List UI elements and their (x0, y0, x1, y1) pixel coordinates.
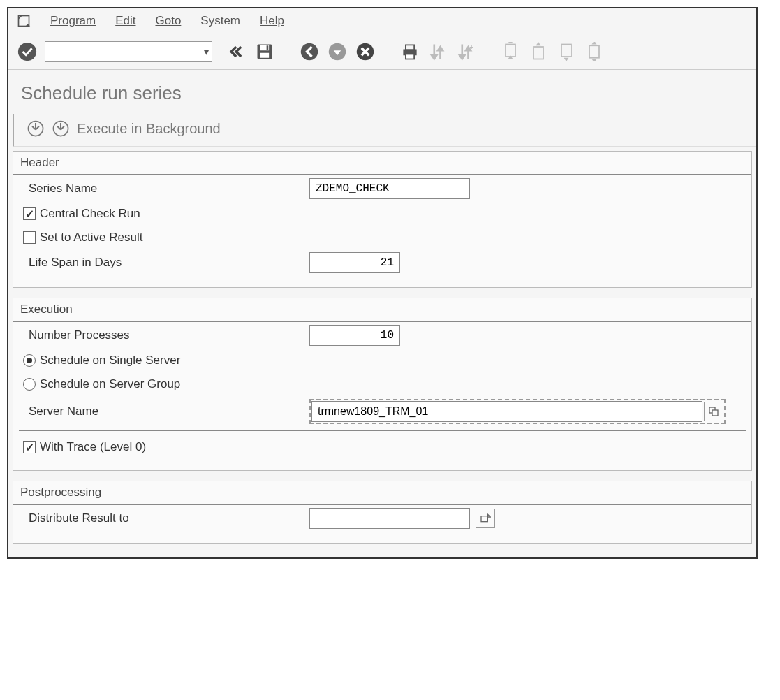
group-execution: Execution Number Processes Schedule on S… (13, 298, 752, 471)
series-name-input[interactable] (309, 178, 470, 199)
svg-rect-11 (406, 45, 414, 50)
set-active-label: Set to Active Result (40, 231, 142, 245)
application-toolbar: Execute in Background (13, 114, 756, 147)
life-span-input[interactable] (309, 252, 400, 273)
set-active-checkbox[interactable] (23, 231, 36, 244)
central-check-label: Central Check Run (40, 207, 140, 221)
svg-rect-5 (260, 53, 269, 58)
series-name-label: Series Name (23, 182, 309, 196)
svg-rect-6 (267, 45, 269, 50)
num-processes-input[interactable] (309, 325, 400, 346)
distribute-multiselect-icon[interactable] (476, 509, 495, 528)
menu-bar: Program Edit Goto System Help (8, 8, 756, 34)
server-name-label: Server Name (23, 404, 309, 418)
find-next-icon: + (455, 41, 476, 62)
next-page-icon (556, 41, 577, 62)
num-processes-label: Number Processes (23, 328, 309, 342)
command-field[interactable] (45, 41, 212, 62)
standard-toolbar: ▾ + (8, 34, 756, 70)
content-area: Header Series Name Central Check Run Set… (8, 147, 756, 557)
find-icon (427, 41, 448, 62)
group-postprocessing: Postprocessing Distribute Result to (13, 481, 752, 544)
with-trace-checkbox[interactable] (23, 441, 36, 453)
back-icon[interactable] (299, 41, 320, 62)
server-group-radio[interactable] (23, 378, 36, 391)
first-page-icon (500, 41, 521, 62)
window-menu-icon[interactable] (17, 14, 31, 28)
distribute-label: Distribute Result to (23, 511, 309, 525)
execute-bg-label[interactable]: Execute in Background (77, 121, 221, 137)
cancel-icon[interactable] (355, 41, 376, 62)
svg-rect-17 (589, 45, 599, 58)
svg-rect-15 (534, 47, 543, 59)
execute-icon[interactable] (27, 119, 45, 138)
distribute-input[interactable] (309, 508, 470, 529)
single-server-label: Schedule on Single Server (40, 353, 180, 367)
svg-point-7 (301, 43, 318, 61)
prev-page-icon (528, 41, 549, 62)
execute-bg-icon[interactable] (52, 119, 70, 138)
with-trace-label: With Trace (Level 0) (40, 440, 146, 454)
menu-goto[interactable]: Goto (155, 14, 181, 28)
svg-rect-14 (506, 45, 515, 57)
sap-window: Program Edit Goto System Help ▾ (7, 7, 758, 559)
svg-rect-16 (561, 45, 571, 57)
back-chevrons-icon[interactable] (226, 41, 247, 62)
svg-rect-12 (406, 54, 414, 59)
server-name-value-help-icon[interactable] (704, 402, 723, 421)
group-postprocessing-title: Postprocessing (13, 481, 751, 505)
page-title: Schedule run series (8, 70, 756, 114)
group-header: Header Series Name Central Check Run Set… (13, 151, 752, 288)
menu-program[interactable]: Program (50, 14, 96, 28)
svg-rect-22 (481, 516, 487, 522)
single-server-radio[interactable] (23, 354, 36, 367)
menu-edit[interactable]: Edit (115, 14, 135, 28)
server-name-input[interactable] (311, 401, 702, 422)
menu-system[interactable]: System (200, 14, 240, 28)
command-dropdown-icon[interactable]: ▾ (200, 46, 212, 57)
menu-help[interactable]: Help (260, 14, 284, 28)
life-span-label: Life Span in Days (23, 256, 309, 270)
last-page-icon (584, 41, 605, 62)
group-header-title: Header (13, 152, 751, 175)
print-icon[interactable] (399, 41, 420, 62)
save-icon[interactable] (254, 41, 275, 62)
svg-text:+: + (469, 43, 473, 51)
exit-icon[interactable] (327, 41, 348, 62)
svg-point-2 (18, 43, 36, 61)
group-execution-title: Execution (13, 298, 751, 322)
server-group-label: Schedule on Server Group (40, 377, 180, 391)
svg-rect-21 (712, 410, 718, 416)
central-check-checkbox[interactable] (23, 207, 36, 220)
enter-button[interactable] (17, 41, 38, 62)
